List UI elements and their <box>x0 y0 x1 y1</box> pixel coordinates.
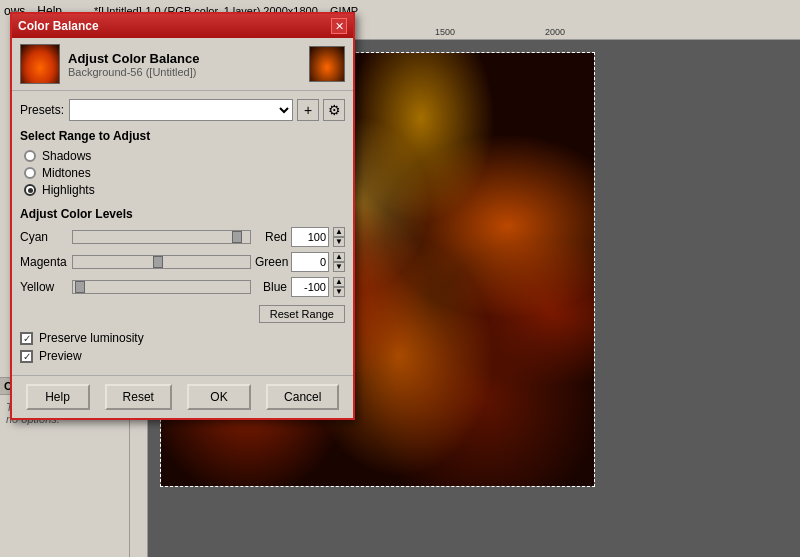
cyan-down[interactable]: ▼ <box>333 237 345 247</box>
range-radio-group: Shadows Midtones Highlights <box>20 149 345 197</box>
reset-range-button[interactable]: Reset Range <box>259 305 345 323</box>
yellow-label: Yellow <box>20 280 68 294</box>
presets-label: Presets: <box>20 103 65 117</box>
preview-checkbox[interactable] <box>20 350 33 363</box>
yellow-value: -100 <box>291 277 329 297</box>
reset-range-row: Reset Range <box>20 305 345 323</box>
red-label: Red <box>255 230 287 244</box>
ruler-mark-1500: 1500 <box>435 27 455 37</box>
green-label: Green <box>255 255 287 269</box>
preview-label: Preview <box>39 349 82 363</box>
preserve-luminosity-row[interactable]: Preserve luminosity <box>20 331 345 345</box>
ok-button[interactable]: OK <box>187 384 251 410</box>
dialog-header: Adjust Color Balance Background-56 ([Unt… <box>12 38 353 91</box>
dialog-body: Presets: + ⚙ Select Range to Adjust Shad… <box>12 91 353 375</box>
blue-label: Blue <box>255 280 287 294</box>
yellow-down[interactable]: ▼ <box>333 287 345 297</box>
cyan-slider-thumb[interactable] <box>232 231 242 243</box>
preserve-luminosity-checkbox[interactable] <box>20 332 33 345</box>
help-button[interactable]: Help <box>26 384 90 410</box>
cyan-spinner[interactable]: ▲ ▼ <box>333 227 345 247</box>
cyan-red-row: Cyan Red 100 ▲ ▼ <box>20 227 345 247</box>
ruler-mark-2000: 2000 <box>545 27 565 37</box>
magenta-slider[interactable] <box>72 255 251 269</box>
magenta-down[interactable]: ▼ <box>333 262 345 272</box>
range-shadows[interactable]: Shadows <box>24 149 345 163</box>
reset-button[interactable]: Reset <box>105 384 172 410</box>
range-midtones[interactable]: Midtones <box>24 166 345 180</box>
manage-preset-button[interactable]: ⚙ <box>323 99 345 121</box>
highlights-radio[interactable] <box>24 184 36 196</box>
dialog-buttons: Help Reset OK Cancel <box>12 375 353 418</box>
yellow-slider-thumb[interactable] <box>75 281 85 293</box>
magenta-up[interactable]: ▲ <box>333 252 345 262</box>
cyan-slider[interactable] <box>72 230 251 244</box>
yellow-up[interactable]: ▲ <box>333 277 345 287</box>
midtones-radio[interactable] <box>24 167 36 179</box>
yellow-spinner[interactable]: ▲ ▼ <box>333 277 345 297</box>
cyan-label: Cyan <box>20 230 68 244</box>
preserve-luminosity-label: Preserve luminosity <box>39 331 144 345</box>
adjust-color-label: Adjust Color Levels <box>20 207 345 221</box>
magenta-green-row: Magenta Green 0 ▲ ▼ <box>20 252 345 272</box>
dialog-header-sub: Background-56 ([Untitled]) <box>68 66 301 78</box>
presets-row: Presets: + ⚙ <box>20 99 345 121</box>
select-range-label: Select Range to Adjust <box>20 129 345 143</box>
header-icon-inner <box>21 45 59 83</box>
preview-row[interactable]: Preview <box>20 349 345 363</box>
cancel-button[interactable]: Cancel <box>266 384 339 410</box>
dialog-header-info: Adjust Color Balance Background-56 ([Unt… <box>68 51 301 78</box>
dialog-title: Color Balance <box>18 19 99 33</box>
yellow-slider[interactable] <box>72 280 251 294</box>
cyan-value: 100 <box>291 227 329 247</box>
dialog-header-title: Adjust Color Balance <box>68 51 301 66</box>
magenta-slider-thumb[interactable] <box>153 256 163 268</box>
add-preset-button[interactable]: + <box>297 99 319 121</box>
dialog-titlebar: Color Balance ✕ <box>12 14 353 38</box>
dialog-thumb-preview <box>309 46 345 82</box>
cyan-up[interactable]: ▲ <box>333 227 345 237</box>
range-highlights[interactable]: Highlights <box>24 183 345 197</box>
shadows-radio[interactable] <box>24 150 36 162</box>
color-levels: Cyan Red 100 ▲ ▼ Magenta Green 0 <box>20 227 345 297</box>
midtones-label: Midtones <box>42 166 91 180</box>
highlights-label: Highlights <box>42 183 95 197</box>
color-balance-dialog: Color Balance ✕ Adjust Color Balance Bac… <box>10 12 355 420</box>
presets-select[interactable] <box>69 99 293 121</box>
yellow-blue-row: Yellow Blue -100 ▲ ▼ <box>20 277 345 297</box>
dialog-close-button[interactable]: ✕ <box>331 18 347 34</box>
dialog-header-icon <box>20 44 60 84</box>
magenta-label: Magenta <box>20 255 68 269</box>
magenta-value: 0 <box>291 252 329 272</box>
magenta-spinner[interactable]: ▲ ▼ <box>333 252 345 272</box>
shadows-label: Shadows <box>42 149 91 163</box>
